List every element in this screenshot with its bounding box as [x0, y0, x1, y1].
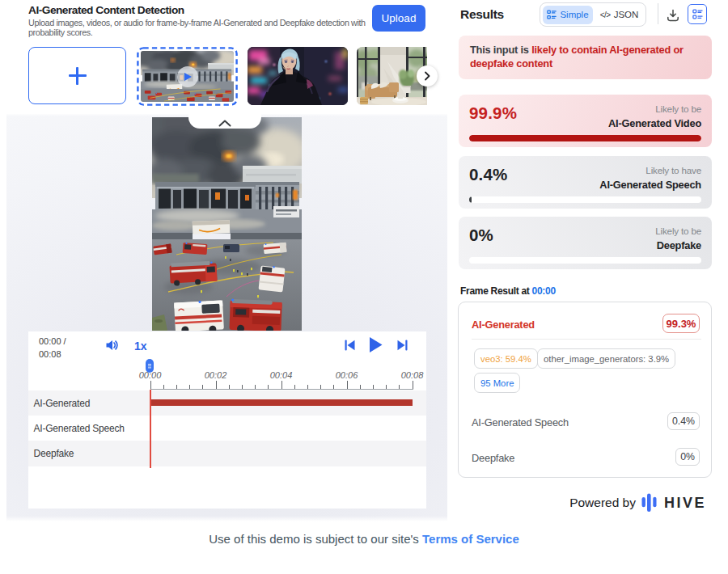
- tab-json[interactable]: </> JSON: [593, 6, 645, 24]
- page: AI-Generated Content Detection Upload im…: [0, 0, 728, 574]
- score-bar-fill: [469, 196, 472, 203]
- results-title: Results: [460, 7, 504, 22]
- score-likely-label: Likely to have: [645, 165, 701, 175]
- ruler-tick-major: [216, 381, 217, 389]
- header-divider: [658, 3, 658, 24]
- ballot-icon: [547, 10, 557, 19]
- hive-logo-icon: [641, 493, 658, 513]
- carousel-next-button[interactable]: [417, 65, 438, 87]
- tab-json-label: JSON: [614, 10, 639, 19]
- playback-speed-button[interactable]: 1x: [134, 340, 147, 352]
- page-subtitle: Upload images, videos, or audio for fram…: [28, 19, 372, 37]
- frame-result-label-text: Frame Result at: [460, 285, 532, 297]
- terms-of-service-link[interactable]: Terms of Service: [422, 532, 519, 546]
- upload-button[interactable]: Upload: [372, 5, 425, 32]
- ai-generated-detection-segment: [150, 399, 413, 406]
- score-percentage: 0.4%: [469, 165, 508, 184]
- score-card-ai-generated-video: 99.9% Likely to be AI-Generated Video: [459, 95, 712, 147]
- selection-dashed-border: [137, 47, 238, 106]
- frame-result-label: Frame Result at 00:00: [460, 285, 556, 297]
- score-percentage: 0%: [469, 226, 493, 245]
- score-bar-fill: [469, 135, 701, 141]
- chip-95-more[interactable]: 95 More: [474, 373, 520, 393]
- deepfake-score-badge: 0%: [675, 448, 700, 466]
- ai-generated-score-badge: 99.3%: [662, 314, 700, 333]
- ruler-label: 00:06: [327, 370, 367, 380]
- warehouse-fire-video-image: [152, 117, 302, 331]
- video-frame[interactable]: [152, 117, 302, 331]
- play-button[interactable]: [367, 336, 383, 353]
- powered-by-hive: Powered by HIVE: [458, 492, 706, 514]
- timeline-row-ai-generated-speech: AI-Generated Speech: [28, 416, 426, 441]
- download-button[interactable]: [667, 9, 679, 22]
- skip-next-icon: [396, 340, 408, 351]
- score-bar: [469, 196, 701, 203]
- chevron-up-icon: [218, 120, 231, 127]
- hive-wordmark: HIVE: [664, 495, 706, 512]
- ruler-label: 00:08: [392, 370, 433, 380]
- deepfake-label: Deepfake: [472, 452, 514, 464]
- ruler-tick-major: [413, 381, 413, 389]
- chip-veo3: veo3: 59.4%: [474, 348, 538, 369]
- alert-prefix: This input is: [470, 44, 531, 56]
- play-icon: [367, 336, 383, 353]
- frame-result-card: AI-Generated 99.3% veo3: 59.4% other_ima…: [458, 302, 712, 478]
- chip-other-image-generators: other_image_generators: 3.9%: [537, 348, 675, 369]
- ruler-tick-major: [281, 381, 282, 389]
- timeline-row-label: Deepfake: [34, 448, 74, 459]
- chevron-right-icon: [422, 71, 432, 81]
- alert-text: This input is likely to contain AI-gener…: [470, 44, 707, 70]
- score-card-deepfake: 0% Likely to be Deepfake: [459, 217, 712, 269]
- playhead-line: [150, 390, 151, 468]
- plus-icon: [69, 67, 87, 85]
- cyberpunk-thumbnail-image: [248, 47, 348, 105]
- footer-text: Use of this demo is subject to our site'…: [209, 532, 422, 546]
- ai-generated-label: AI-Generated: [472, 319, 535, 331]
- result-options-button[interactable]: [688, 4, 707, 24]
- score-bar: [469, 135, 701, 141]
- divider: [472, 339, 701, 340]
- score-likely-label: Likely to be: [655, 103, 701, 114]
- score-card-ai-generated-speech: 0.4% Likely to have AI-Generated Speech: [459, 156, 712, 209]
- score-percentage: 99.9%: [469, 103, 517, 123]
- speech-score-badge: 0.4%: [667, 412, 700, 430]
- download-icon: [667, 9, 679, 22]
- powered-by-text: Powered by: [569, 496, 636, 510]
- ruler-label: 00:04: [261, 370, 302, 380]
- ruler-tick-major: [150, 381, 151, 389]
- ballot-icon-blue: [692, 9, 703, 19]
- thumbnail-warehouse-video-selected[interactable]: [137, 47, 238, 106]
- skip-next-button[interactable]: [396, 340, 408, 351]
- add-media-button[interactable]: [28, 47, 126, 104]
- thumbnail-cyberpunk-portrait[interactable]: [248, 47, 348, 105]
- score-likely-label: Likely to be: [655, 226, 701, 236]
- timeline-row-deepfake: Deepfake: [28, 441, 426, 466]
- alert-banner: This input is likely to contain AI-gener…: [459, 36, 712, 79]
- volume-button[interactable]: [105, 339, 119, 352]
- scrubber-handle[interactable]: [146, 359, 154, 373]
- footer-disclaimer: Use of this demo is subject to our site'…: [0, 532, 728, 546]
- volume-icon: [105, 339, 119, 352]
- skip-previous-icon: [344, 340, 356, 351]
- skip-previous-button[interactable]: [344, 340, 356, 351]
- tab-simple-label: Simple: [560, 10, 588, 19]
- collapse-panel-button[interactable]: [188, 110, 261, 129]
- speech-label: AI-Generated Speech: [472, 416, 569, 428]
- thumbnail-carousel: [28, 47, 427, 106]
- view-toggle: Simple </> JSON: [540, 2, 646, 27]
- video-player-controls: 00:00 / 00:08 1x: [28, 331, 426, 509]
- code-icon: </>: [600, 11, 611, 19]
- ruler-baseline: [150, 389, 413, 390]
- score-bar: [469, 257, 701, 264]
- ruler-label: 00:02: [196, 370, 236, 380]
- time-current: 00:00 /: [39, 336, 66, 348]
- score-name-label: Deepfake: [657, 239, 701, 251]
- score-name-label: AI-Generated Video: [608, 117, 701, 129]
- time-display: 00:00 / 00:08: [39, 336, 66, 361]
- timeline-row-label: AI-Generated Speech: [34, 423, 125, 434]
- timeline-row-label: AI-Generated: [34, 398, 91, 409]
- tab-simple[interactable]: Simple: [543, 6, 593, 24]
- ruler-tick-major: [347, 381, 348, 389]
- page-title: AI-Generated Content Detection: [28, 4, 184, 16]
- frame-time-link[interactable]: 00:00: [532, 285, 556, 297]
